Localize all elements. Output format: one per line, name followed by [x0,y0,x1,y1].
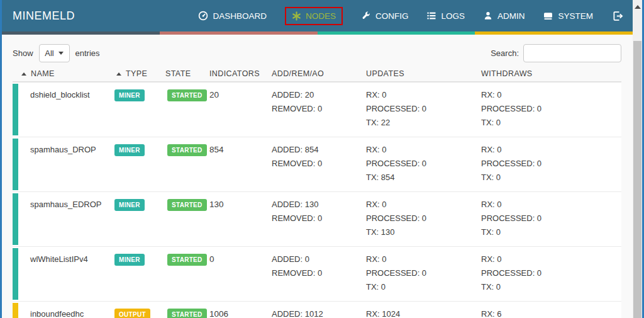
stat-line: RX: 0 [366,88,481,102]
stat-line: REMOVED: 0 [272,266,366,280]
stripe-segment [2,31,160,35]
table-controls: Show All entries Search: [13,44,621,63]
stat-line: TX: 0 [481,171,621,185]
nav-label: CONFIG [375,11,409,21]
row-color-bar [13,303,18,318]
nav-label: DASHBOARD [213,11,267,21]
column-header-label: TYPE [126,69,147,78]
table-row[interactable]: dshield_blocklist MINER STARTED 20 ADDED… [13,82,621,137]
page-size-control: Show All entries [13,44,100,62]
withdraws-cell: RX: 0PROCESSED: 0TX: 0 [481,253,621,301]
search-input[interactable] [523,44,621,62]
column-header-indicators[interactable]: INDICATORS [209,69,272,78]
wrench-icon [361,11,371,21]
nav-item-dashboard[interactable]: DASHBOARD [198,11,267,21]
table-row[interactable]: inboundfeedhc OUTPUT STARTED 1006 ADDED:… [13,302,621,318]
type-badge: MINER [114,89,145,101]
top-navbar: MINEMELD DASHBOARD [2,0,633,31]
entries-label: entries [75,48,100,58]
row-color-bar [13,139,18,190]
stat-line: PROCESSED: 0 [366,157,481,171]
column-header-updates[interactable]: UPDATES [366,69,481,78]
nav-item-system[interactable]: SYSTEM [543,11,593,21]
type-badge: MINER [114,254,145,266]
nav-item-logs[interactable]: LOGS [426,11,465,21]
type-badge: MINER [114,199,145,211]
node-name: wlWhiteListIPv4 [13,253,114,301]
column-header-label: WITHDRAWS [481,69,533,78]
search-control: Search: [491,44,621,62]
stat-line: REMOVED: 0 [272,102,366,116]
stat-line: ADDED: 20 [272,88,366,102]
nav-item-admin[interactable]: ADMIN [483,11,525,21]
chevron-down-icon [58,52,64,55]
column-header-label: NAME [31,69,55,78]
stat-line: TX: 0 [481,225,621,239]
stat-line: TX: 0 [481,116,621,130]
node-name: spamhaus_DROP [13,143,114,191]
stat-line: TX: 0 [481,280,621,294]
sign-out-icon [613,11,624,21]
window-border-left [0,0,2,318]
scrollbar-thumb[interactable] [633,41,641,318]
node-name: spamhaus_EDROP [13,198,114,246]
stripe-segment [475,31,633,35]
withdraws-cell: RX: 0PROCESSED: 0TX: 0 [481,88,621,137]
withdraws-cell: RX: 0PROCESSED: 0TX: 0 [481,198,621,246]
scroll-up-icon[interactable] [635,5,641,9]
stat-line: RX: 0 [481,143,621,157]
updates-cell: RX: 1024 [366,307,481,318]
column-header-state[interactable]: STATE [165,69,209,78]
main-nav: DASHBOARD NODES CONFIG [198,7,624,25]
stat-line: PROCESSED: 0 [481,212,621,225]
stat-line: TX: 22 [366,116,481,130]
add-rem-ao-cell: ADDED: 1012 [272,307,366,318]
nav-item-nodes[interactable]: NODES [285,7,343,25]
column-header-withdraws[interactable]: WITHDRAWS [481,69,621,78]
nodes-table: NAME TYPE STATE INDICATORS ADD/REM/AO UP… [13,66,621,318]
stat-line: REMOVED: 0 [272,157,366,171]
stat-line: TX: 0 [366,280,481,294]
vertical-scrollbar[interactable] [633,0,642,318]
column-header-label: INDICATORS [209,69,260,78]
stat-line: PROCESSED: 0 [366,266,481,280]
nav-label: LOGS [441,11,465,21]
table-row[interactable]: spamhaus_DROP MINER STARTED 854 ADDED: 8… [13,137,621,192]
state-badge: STARTED [167,309,207,318]
column-header-type[interactable]: TYPE [114,69,165,78]
column-header-name[interactable]: NAME [13,69,114,78]
stat-line: ADDED: 0 [272,253,366,266]
nav-item-config[interactable]: CONFIG [361,11,409,21]
user-icon [483,11,493,21]
table-row[interactable]: spamhaus_EDROP MINER STARTED 130 ADDED: … [13,192,621,247]
nav-label: NODES [306,11,336,21]
stat-line: RX: 0 [366,198,481,212]
dashboard-icon [198,11,208,21]
state-badge: STARTED [167,199,207,211]
row-color-bar [13,84,18,135]
state-badge: STARTED [167,89,207,101]
stripe-segment [160,31,318,35]
sort-asc-icon [116,72,121,76]
table-body: dshield_blocklist MINER STARTED 20 ADDED… [13,82,621,318]
column-header-label: STATE [165,69,191,78]
logout-button[interactable] [613,11,624,21]
row-color-bar [13,248,18,300]
stat-line: RX: 0 [366,253,481,266]
stat-line: PROCESSED: 0 [366,212,481,225]
sort-asc-icon [21,72,26,76]
stat-line: RX: 6 [481,307,621,318]
column-header-add-rem-ao[interactable]: ADD/REM/AO [272,69,366,78]
accent-stripe [2,31,633,35]
app-brand: MINEMELD [13,9,75,23]
nav-label: ADMIN [497,11,525,21]
stripe-segment [318,31,475,35]
list-icon [426,11,436,21]
nav-label: SYSTEM [558,11,593,21]
entries-select[interactable]: All [39,44,70,62]
node-name: dshield_blocklist [13,88,114,137]
stat-line: PROCESSED: 0 [481,157,621,171]
table-header-row: NAME TYPE STATE INDICATORS ADD/REM/AO UP… [13,66,621,82]
table-row[interactable]: wlWhiteListIPv4 MINER STARTED 0 ADDED: 0… [13,247,621,302]
stat-line: RX: 0 [481,88,621,102]
